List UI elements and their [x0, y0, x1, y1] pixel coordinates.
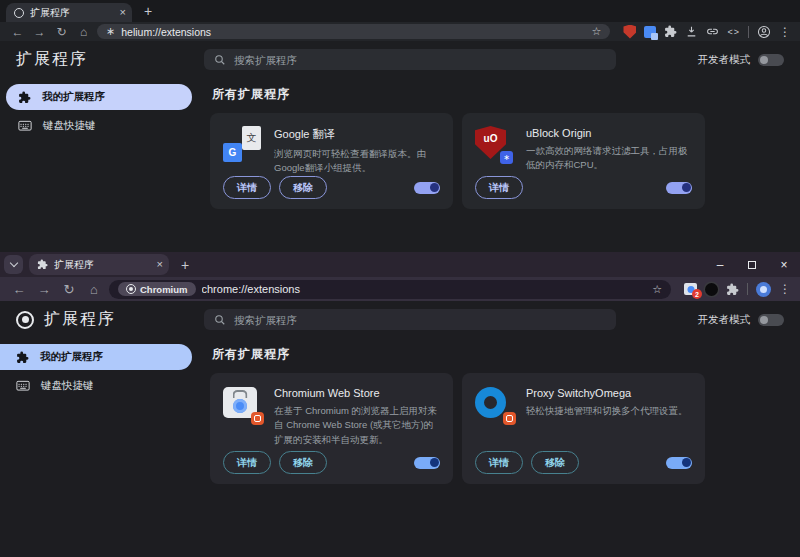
site-chip-label: Chromium	[140, 284, 188, 295]
developer-mode-toggle[interactable]	[758, 54, 784, 66]
bookmark-star-icon[interactable]: ☆	[592, 26, 602, 37]
tab-strip: 扩展程序 × + – ×	[0, 252, 800, 277]
search-box[interactable]	[204, 309, 616, 330]
extension-toggle[interactable]	[666, 457, 692, 469]
tab-title: 扩展程序	[30, 6, 114, 20]
browser-menu-icon[interactable]: ⋮	[779, 25, 791, 39]
chevron-down-icon	[9, 259, 17, 267]
browser-toolbar: ← → ↻ ⌂ ∗ helium://extensions ☆ <> ⋮	[0, 22, 800, 41]
tab-search-button[interactable]	[4, 255, 23, 274]
forward-icon[interactable]: →	[34, 283, 54, 296]
extension-card-google-translate: 文 G Google 翻译 浏览网页时可轻松查看翻译版本。由Google翻译小组…	[210, 113, 453, 209]
helium-site-icon: ∗	[106, 26, 115, 37]
back-icon[interactable]: ←	[9, 26, 26, 38]
address-bar[interactable]: Chromium chrome://extensions ☆	[109, 280, 671, 299]
window-controls: – ×	[704, 252, 800, 277]
ublock-toolbar-icon[interactable]	[623, 25, 636, 39]
sidebar-item-shortcuts[interactable]: 键盘快捷键	[6, 113, 192, 139]
extension-toggle[interactable]	[414, 182, 440, 194]
toolbar-separator	[748, 26, 749, 38]
extensions-puzzle-icon	[18, 91, 31, 104]
toolbar-separator	[747, 283, 748, 295]
tab-extensions[interactable]: 扩展程序 ×	[6, 3, 132, 22]
section-title: 所有扩展程序	[212, 86, 786, 103]
profile-avatar[interactable]	[756, 282, 771, 297]
page-title: 扩展程序	[44, 309, 116, 330]
forward-icon[interactable]: →	[31, 26, 48, 38]
site-chip[interactable]: Chromium	[118, 282, 196, 296]
details-button[interactable]: 详情	[223, 451, 271, 474]
search-icon	[214, 54, 226, 66]
switchyomega-toolbar-icon[interactable]	[705, 283, 718, 296]
minimize-button[interactable]: –	[704, 252, 736, 277]
developer-mode: 开发者模式	[698, 313, 785, 327]
profile-icon[interactable]	[757, 25, 771, 39]
back-icon[interactable]: ←	[9, 283, 29, 296]
extension-toggle[interactable]	[414, 457, 440, 469]
extension-name: Chromium Web Store	[274, 387, 440, 399]
search-icon	[214, 314, 226, 326]
chromium-logo	[16, 311, 34, 329]
sidebar-item-my-extensions[interactable]: 我的扩展程序	[0, 344, 192, 370]
translate-g-glyph: G	[223, 143, 242, 162]
page-header: 扩展程序 开发者模式	[0, 41, 800, 76]
keyboard-icon	[16, 380, 30, 392]
toolbar-actions: 2 ⋮	[684, 282, 791, 297]
search-box[interactable]	[204, 49, 616, 70]
tab-extensions[interactable]: 扩展程序 ×	[29, 254, 169, 275]
search-input[interactable]	[234, 54, 606, 66]
details-button[interactable]: 详情	[475, 176, 523, 199]
helium-badge-icon: ∗	[500, 151, 513, 164]
devtools-code-icon[interactable]: <>	[727, 27, 740, 37]
helium-favicon-icon	[14, 8, 24, 18]
extensions-puzzle-icon[interactable]	[664, 25, 677, 38]
home-icon[interactable]: ⌂	[84, 283, 104, 296]
developer-mode-label: 开发者模式	[698, 53, 751, 67]
link-icon[interactable]	[706, 25, 719, 38]
new-tab-button[interactable]: +	[181, 258, 189, 272]
extension-card-chromium-web-store: Chromium Web Store 在基于 Chromium 的浏览器上启用对…	[210, 373, 453, 484]
browser-menu-icon[interactable]: ⋮	[779, 282, 791, 296]
new-tab-button[interactable]: +	[144, 4, 152, 18]
remove-button[interactable]: 移除	[279, 451, 327, 474]
sidebar-item-label: 键盘快捷键	[41, 379, 94, 393]
download-icon[interactable]	[685, 25, 698, 38]
google-translate-icon: 文 G	[223, 126, 261, 162]
reload-icon[interactable]: ↻	[53, 26, 70, 38]
sidebar-item-label: 我的扩展程序	[40, 350, 103, 364]
search-input[interactable]	[234, 314, 606, 326]
close-window-button[interactable]: ×	[768, 252, 800, 277]
developer-mode-toggle[interactable]	[758, 314, 784, 326]
developer-mode-label: 开发者模式	[698, 313, 751, 327]
extension-toggle[interactable]	[666, 182, 692, 194]
developer-mode: 开发者模式	[698, 53, 785, 67]
extension-card-proxy-switchyomega: Proxy SwitchyOmega 轻松快捷地管理和切换多个代理设置。 详情 …	[462, 373, 705, 484]
reload-icon[interactable]: ↻	[59, 283, 79, 296]
extensions-puzzle-icon[interactable]	[726, 283, 739, 296]
url-text[interactable]: helium://extensions	[121, 26, 585, 38]
remove-button[interactable]: 移除	[531, 451, 579, 474]
home-icon[interactable]: ⌂	[75, 26, 92, 38]
tab-close-icon[interactable]: ×	[157, 259, 163, 270]
sidebar-item-my-extensions[interactable]: 我的扩展程序	[6, 84, 192, 110]
tab-close-icon[interactable]: ×	[120, 7, 126, 18]
maximize-button[interactable]	[736, 252, 768, 277]
extension-name: Proxy SwitchyOmega	[526, 387, 688, 399]
remove-button[interactable]: 移除	[279, 176, 327, 199]
sidebar-item-shortcuts[interactable]: 键盘快捷键	[0, 373, 192, 399]
section-title: 所有扩展程序	[212, 346, 786, 363]
address-bar[interactable]: ∗ helium://extensions ☆	[97, 24, 610, 39]
extension-name: uBlock Origin	[526, 127, 692, 139]
extensions-page: 扩展程序 开发者模式 我的扩展程序	[0, 301, 800, 557]
bookmark-star-icon[interactable]: ☆	[652, 284, 662, 295]
webstore-toolbar-icon[interactable]: 2	[684, 283, 697, 295]
extension-description: 在基于 Chromium 的浏览器上启用对来自 Chrome Web Store…	[274, 404, 440, 447]
extensions-list: 所有扩展程序 Chromium Web Store 在基于 Chromi	[202, 336, 800, 557]
translate-toolbar-icon[interactable]	[644, 26, 656, 38]
details-button[interactable]: 详情	[475, 451, 523, 474]
details-button[interactable]: 详情	[223, 176, 271, 199]
chromium-logo-icon	[126, 284, 136, 294]
sidebar: 我的扩展程序 键盘快捷键	[0, 336, 202, 557]
url-text[interactable]: chrome://extensions	[202, 283, 647, 295]
extension-description: 轻松快捷地管理和切换多个代理设置。	[526, 404, 688, 418]
